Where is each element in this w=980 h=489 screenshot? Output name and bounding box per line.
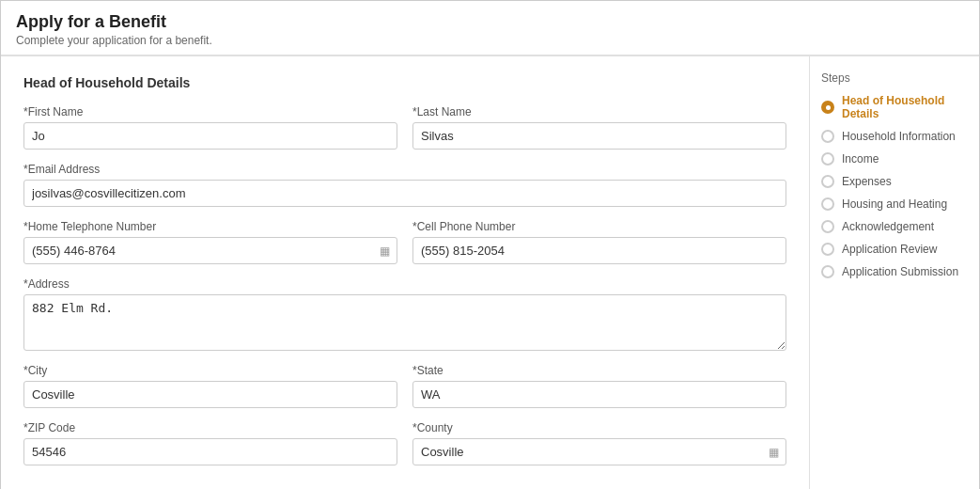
form-section: Head of Household Details *First Name *L… — [1, 56, 810, 489]
page-header: Apply for a Benefit Complete your applic… — [1, 1, 979, 55]
zip-label: *ZIP Code — [23, 421, 397, 434]
home-phone-group: *Home Telephone Number ▦ — [23, 220, 397, 264]
cell-phone-label: *Cell Phone Number — [412, 220, 786, 233]
city-group: *City — [23, 364, 397, 408]
step-item-6[interactable]: Application Review — [821, 243, 968, 256]
step-item-7[interactable]: Application Submission — [821, 265, 968, 278]
last-name-group: *Last Name — [412, 105, 786, 150]
step-circle-0 — [821, 101, 834, 114]
step-circle-6 — [821, 243, 834, 256]
home-phone-input-wrapper: ▦ — [23, 237, 397, 264]
page-subtitle: Complete your application for a benefit. — [16, 34, 964, 47]
county-input[interactable] — [412, 438, 786, 465]
zip-input[interactable] — [23, 438, 397, 465]
address-group: *Address — [23, 277, 786, 351]
step-label-0: Head of Household Details — [842, 94, 968, 120]
phone-row: *Home Telephone Number ▦ *Cell Phone Num… — [23, 220, 786, 264]
steps-sidebar: Steps Head of Household DetailsHousehold… — [810, 56, 979, 489]
step-label-2: Income — [842, 152, 879, 166]
state-label: *State — [412, 364, 786, 377]
step-circle-3 — [821, 175, 834, 188]
step-label-6: Application Review — [842, 243, 937, 256]
cell-phone-group: *Cell Phone Number — [412, 220, 786, 264]
address-label: *Address — [23, 277, 786, 291]
cell-phone-input[interactable] — [412, 237, 786, 264]
state-input[interactable] — [412, 381, 786, 408]
step-item-2[interactable]: Income — [821, 152, 968, 166]
home-phone-label: *Home Telephone Number — [23, 220, 397, 233]
step-item-5[interactable]: Acknowledgement — [821, 220, 968, 233]
county-input-wrapper: ▦ — [412, 438, 786, 465]
step-circle-1 — [821, 130, 834, 143]
content-area: Head of Household Details *First Name *L… — [1, 55, 979, 489]
address-row: *Address — [23, 277, 786, 351]
home-phone-input[interactable] — [23, 237, 397, 264]
city-label: *City — [23, 364, 397, 377]
email-group: *Email Address — [23, 163, 786, 207]
zip-county-row: *ZIP Code *County ▦ — [23, 421, 786, 465]
first-name-label: *First Name — [23, 105, 397, 118]
first-name-input[interactable] — [23, 122, 397, 150]
step-label-3: Expenses — [842, 175, 892, 188]
step-label-4: Housing and Heating — [842, 197, 947, 211]
steps-list: Head of Household DetailsHousehold Infor… — [821, 94, 968, 278]
last-name-label: *Last Name — [412, 105, 786, 118]
step-label-5: Acknowledgement — [842, 220, 934, 233]
step-circle-4 — [821, 197, 834, 211]
email-label: *Email Address — [23, 163, 786, 176]
steps-title: Steps — [821, 71, 968, 85]
step-item-3[interactable]: Expenses — [821, 175, 968, 188]
county-label: *County — [412, 421, 786, 434]
name-row: *First Name *Last Name — [23, 105, 786, 150]
step-circle-5 — [821, 220, 834, 233]
first-name-group: *First Name — [23, 105, 397, 150]
zip-group: *ZIP Code — [23, 421, 397, 465]
step-item-0[interactable]: Head of Household Details — [821, 94, 968, 120]
step-label-7: Application Submission — [842, 265, 958, 278]
county-group: *County ▦ — [412, 421, 786, 465]
page-title: Apply for a Benefit — [16, 12, 964, 32]
main-content: Head of Household Details *First Name *L… — [1, 56, 810, 489]
step-item-4[interactable]: Housing and Heating — [821, 197, 968, 211]
step-item-1[interactable]: Household Information — [821, 130, 968, 143]
section-title: Head of Household Details — [23, 75, 786, 90]
step-circle-2 — [821, 152, 834, 166]
state-group: *State — [412, 364, 786, 408]
city-state-row: *City *State — [23, 364, 786, 408]
step-circle-7 — [821, 265, 834, 278]
email-input[interactable] — [23, 180, 786, 207]
step-label-1: Household Information — [842, 130, 956, 143]
address-input[interactable] — [23, 294, 786, 351]
last-name-input[interactable] — [412, 122, 786, 150]
email-row: *Email Address — [23, 163, 786, 207]
city-input[interactable] — [23, 381, 397, 408]
